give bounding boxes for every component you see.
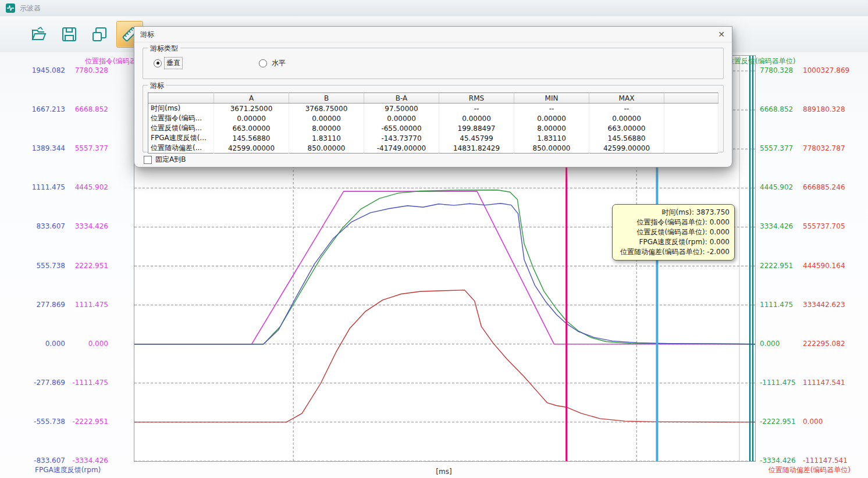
table-header-cell: RMS xyxy=(439,93,514,104)
tick-label: -1111.475 xyxy=(65,378,108,387)
tick-label: 2222.951 xyxy=(65,261,108,270)
table-cell: 850.00000 xyxy=(289,143,364,154)
table-cell xyxy=(664,104,718,114)
tick-label: 111147.541 xyxy=(803,378,867,387)
tick-label: 6668.852 xyxy=(65,105,108,114)
folder-open-icon xyxy=(30,26,48,43)
open-button[interactable] xyxy=(26,21,52,48)
table-cell: 1.83110 xyxy=(289,133,364,143)
tick-label: 1945.082 xyxy=(22,66,65,75)
tick-label: 1667.213 xyxy=(22,105,65,114)
checkbox-label: 固定A到B xyxy=(155,155,186,165)
table-row-label: 时间(ms) xyxy=(148,104,214,114)
tooltip-line: 位置反馈(编码器单位): 0.000 xyxy=(615,227,730,237)
radio-option-水平[interactable]: 水平 xyxy=(259,58,287,69)
tick-label: -2222.951 xyxy=(760,417,802,426)
table-cell: 0.00000 xyxy=(364,113,439,123)
tick-label: 778032.787 xyxy=(803,144,867,153)
layout-button[interactable] xyxy=(86,21,113,48)
axis-ticks-feedback: 7780.3286668.8525557.3774445.9023334.426… xyxy=(760,55,802,461)
cursor-values-groupbox: 游标 ABB-ARMSMINMAX时间(ms)3671.250003768.75… xyxy=(143,85,724,152)
tick-label: 0.000 xyxy=(22,339,65,348)
table-cell: 0.00000 xyxy=(289,113,364,123)
tick-label: -111147.541 xyxy=(803,456,867,465)
table-cell: 145.56880 xyxy=(214,133,289,143)
table-cell: 1.83110 xyxy=(514,133,589,143)
tick-label: 1111.475 xyxy=(65,300,108,309)
table-cell: 8.00000 xyxy=(289,123,364,133)
table-cell: 0.00000 xyxy=(589,113,664,123)
tooltip-line: FPGA速度反馈(rpm): 0.000 xyxy=(615,237,730,247)
table-header-cell xyxy=(664,93,718,104)
tick-label: 4445.902 xyxy=(65,183,108,192)
table-cell: 850.00000 xyxy=(514,143,589,154)
tick-label: 555.738 xyxy=(22,261,65,270)
tick-label: -1111.475 xyxy=(760,378,802,387)
window-title: 示波器 xyxy=(20,3,41,13)
tooltip-line: 时间(ms): 3873.750 xyxy=(615,208,730,217)
axis-ticks-speed: 1945.0821667.2131389.3441111.475833.6075… xyxy=(22,55,65,461)
tick-label: 1111.475 xyxy=(22,183,65,192)
table-cell: 0.00000 xyxy=(514,113,589,123)
window-layout-icon xyxy=(91,26,108,43)
table-header-cell: B xyxy=(289,93,364,104)
table-cell xyxy=(664,143,718,154)
table-header-cell: MIN xyxy=(514,93,589,104)
axis-title-speed: FPGA速度反馈(rpm) xyxy=(35,465,101,475)
table-row-label: 位置指令(编码... xyxy=(148,113,214,123)
tick-label: 555737.705 xyxy=(803,222,867,231)
tick-label: 666885.246 xyxy=(803,183,867,192)
radio-circle-icon xyxy=(154,59,162,67)
tick-label: 444590.164 xyxy=(803,261,867,270)
tick-label: 3334.426 xyxy=(760,222,802,231)
oscilloscope-window: { "window": { "title": "示波器" }, "toolbar… xyxy=(0,0,868,478)
table-row-label: 位置反馈(编码... xyxy=(148,123,214,133)
tick-label: -833.607 xyxy=(22,456,65,465)
tick-label: 7780.328 xyxy=(65,66,108,75)
table-cell: 14831.82429 xyxy=(439,143,514,154)
tooltip-line: 位置指令(编码器单位): 0.000 xyxy=(615,217,730,227)
x-axis-unit-label: [ms] xyxy=(425,468,463,476)
tick-label: 4445.902 xyxy=(760,183,802,192)
table-header-cell: A xyxy=(214,93,289,104)
table-cell: 42599.00000 xyxy=(589,143,664,154)
app-waveform-icon xyxy=(6,3,15,13)
axis-title-feedback: 位置反馈(编码器单位) xyxy=(727,56,795,66)
series-curve xyxy=(134,290,755,422)
table-cell: 3768.75000 xyxy=(289,104,364,114)
table-row: 位置指令(编码...0.000000.000000.000000.000000.… xyxy=(148,113,718,123)
radio-option-垂直[interactable]: 垂直 xyxy=(154,58,182,69)
radio-circle-icon xyxy=(259,59,267,67)
radio-label: 水平 xyxy=(270,58,287,69)
tick-label: -277.869 xyxy=(22,378,65,387)
table-cell: -41749.00000 xyxy=(364,143,439,154)
tick-label: 333442.623 xyxy=(803,300,867,309)
table-cell: 3671.25000 xyxy=(214,104,289,114)
table-header-cell: B-A xyxy=(364,93,439,104)
cursor-type-options: 垂直水平 xyxy=(154,58,364,69)
save-button[interactable] xyxy=(56,21,83,48)
table-cell: -- xyxy=(589,104,664,114)
hover-tooltip: 时间(ms): 3873.750位置指令(编码器单位): 0.000位置反馈(编… xyxy=(612,204,735,261)
table-cell: 199.88497 xyxy=(439,123,514,133)
titlebar: 示波器 xyxy=(0,0,868,17)
tick-label: 222295.082 xyxy=(803,339,867,348)
dialog-close-icon[interactable]: ✕ xyxy=(718,30,725,38)
table-cell: 8.00000 xyxy=(514,123,589,133)
table-cell: -143.73770 xyxy=(364,133,439,143)
tick-label: 833.607 xyxy=(22,222,65,231)
tick-label: 3334.426 xyxy=(65,222,108,231)
tick-label: 0.000 xyxy=(65,339,108,348)
table-row-label: FPGA速度反馈(... xyxy=(148,133,214,143)
tick-label: 1389.344 xyxy=(22,144,65,153)
tick-label: 889180.328 xyxy=(803,105,867,114)
table-header-row: ABB-ARMSMINMAX xyxy=(148,93,718,104)
table-cell: 0.00000 xyxy=(439,113,514,123)
axis-ticks-command: 7780.3286668.8525557.3774445.9023334.426… xyxy=(65,55,108,461)
tick-label: 2222.951 xyxy=(760,261,802,270)
tick-label: 5557.377 xyxy=(760,144,802,153)
tick-label: -555.738 xyxy=(22,417,65,426)
tick-label: 1111.475 xyxy=(760,300,802,309)
table-cell: 42599.00000 xyxy=(214,143,289,154)
lock-a-to-b-checkbox[interactable]: 固定A到B xyxy=(144,155,186,165)
